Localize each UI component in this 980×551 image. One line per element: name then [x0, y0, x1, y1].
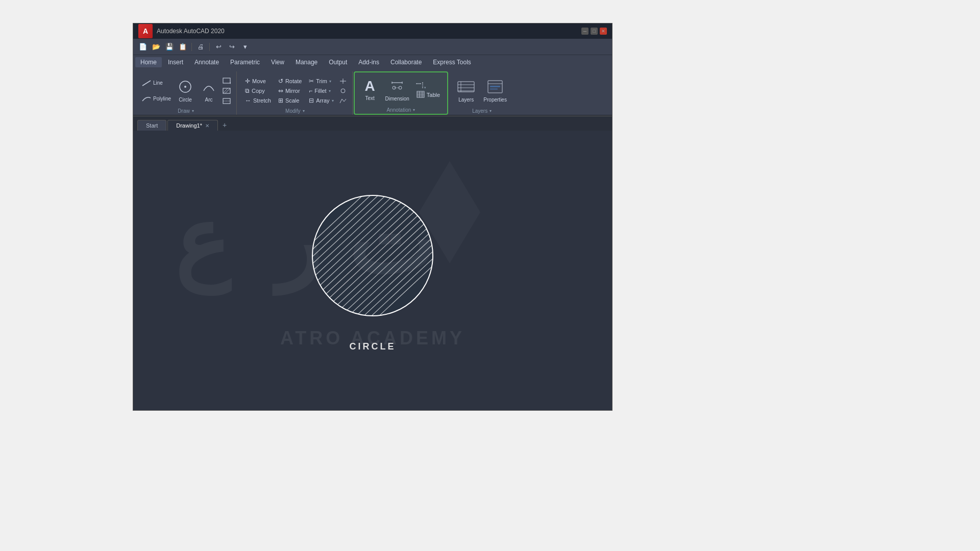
- ribbon-group-layers: Layers Properties: [449, 71, 514, 115]
- draw-rect-btn[interactable]: ▾: [221, 76, 232, 85]
- modify-copy-btn[interactable]: ⧉ Copy: [242, 86, 274, 95]
- modify-col-3: ✂ Trim ▾ ⌐ Fillet ▾ ⊟ Array ▾: [306, 76, 336, 106]
- draw-col-1: Line Polyline: [139, 76, 173, 106]
- layers-btn[interactable]: Layers: [453, 76, 479, 106]
- annotation-col-right: ▾: [413, 74, 443, 105]
- title-bar: A Autodesk AutoCAD 2020 ─ □ ✕: [133, 23, 612, 39]
- modify-col-2: ↺ Rotate ⇔ Mirror ⊞ Scale: [275, 76, 305, 106]
- ribbon-group-modify: ✛ Move ⧉ Copy ↔ Stretch: [238, 71, 353, 115]
- svg-rect-39: [490, 86, 500, 87]
- svg-line-62: [306, 189, 403, 322]
- polyline-label: Polyline: [153, 96, 171, 102]
- svg-line-64: [306, 189, 388, 322]
- toolbar-area: 📄 📂 💾 📋 🖨 ↩ ↪ ▾ Home Insert Annotate Par…: [133, 39, 612, 116]
- draw-dropdown-arrow[interactable]: ▾: [192, 109, 194, 113]
- canvas-area[interactable]: ع ر ت ATRO ACADEMY: [133, 131, 612, 410]
- modify-array-btn[interactable]: ⊟ Array ▾: [306, 96, 336, 105]
- layers-icon: [457, 80, 475, 96]
- close-button[interactable]: ✕: [600, 28, 607, 35]
- layers-tools: Layers Properties: [453, 73, 510, 106]
- tab-start[interactable]: Start: [137, 120, 166, 131]
- saveas-button[interactable]: 📋: [177, 41, 188, 53]
- modify-col-4: [338, 76, 348, 106]
- modify-fillet-btn[interactable]: ⌐ Fillet ▾: [306, 86, 336, 95]
- modify-rotate-btn[interactable]: ↺ Rotate: [275, 77, 305, 86]
- dimension-icon: [390, 79, 404, 95]
- modify-scale-btn[interactable]: ⊞ Scale: [275, 96, 305, 105]
- modify-tools: ✛ Move ⧉ Copy ↔ Stretch: [242, 73, 348, 106]
- arc-icon: [202, 80, 216, 96]
- menu-annotate[interactable]: Annotate: [189, 57, 224, 67]
- copy-icon: ⧉: [245, 87, 250, 94]
- minimize-button[interactable]: ─: [581, 28, 589, 35]
- annotation-table-btn[interactable]: Table: [413, 90, 443, 99]
- draw-polyline-btn[interactable]: Polyline: [139, 94, 173, 103]
- svg-rect-32: [458, 82, 474, 92]
- circle-border: [312, 195, 433, 316]
- svg-point-2: [184, 86, 186, 88]
- redo-button[interactable]: ↪: [226, 41, 237, 53]
- svg-rect-3: [223, 78, 230, 83]
- open-button[interactable]: 📂: [151, 41, 162, 53]
- annotation-dropdown-arrow[interactable]: ▾: [413, 108, 415, 112]
- save-button[interactable]: 💾: [164, 41, 175, 53]
- layers-btn-label: Layers: [458, 97, 474, 103]
- modify-dropdown-arrow[interactable]: ▾: [303, 109, 305, 113]
- modify-extra1-btn[interactable]: [338, 77, 348, 86]
- menu-output[interactable]: Output: [324, 57, 352, 67]
- svg-text:ع: ع: [174, 190, 232, 296]
- modify-mirror-btn[interactable]: ⇔ Mirror: [275, 86, 305, 95]
- qa-separator-1: [191, 43, 192, 51]
- hatch-lines: [306, 189, 439, 322]
- svg-line-57: [306, 189, 439, 322]
- annotation-text-btn[interactable]: A Text: [359, 74, 381, 105]
- ribbon-group-draw: Line Polyline Circle: [135, 71, 237, 115]
- menu-insert[interactable]: Insert: [163, 57, 188, 67]
- layers-group-label: Layers ▾: [472, 108, 492, 114]
- circle-btn-label: Circle: [179, 97, 192, 103]
- undo-button[interactable]: ↩: [213, 41, 224, 53]
- menu-addins[interactable]: Add-ins: [353, 57, 384, 67]
- svg-text:▾: ▾: [424, 86, 426, 89]
- annotation-tools: A Text: [359, 74, 444, 105]
- draw-hatch-btn[interactable]: [221, 86, 232, 95]
- print-button[interactable]: 🖨: [195, 41, 206, 53]
- annotation-dim-extra1[interactable]: ▾: [413, 81, 443, 90]
- autocad-window: A Autodesk AutoCAD 2020 ─ □ ✕ 📄 📂 💾 📋 🖨 …: [133, 23, 612, 411]
- draw-arc-btn[interactable]: Arc: [198, 76, 220, 106]
- scale-icon: ⊞: [278, 97, 283, 104]
- svg-line-47: [306, 189, 439, 322]
- maximize-button[interactable]: □: [591, 28, 598, 35]
- draw-circle-btn[interactable]: Circle: [174, 76, 197, 106]
- draw-tools: Line Polyline Circle: [139, 73, 232, 106]
- tab-close-drawing1[interactable]: ✕: [205, 123, 209, 129]
- menu-view[interactable]: View: [266, 57, 289, 67]
- title-bar-controls: ─ □ ✕: [581, 28, 607, 35]
- svg-line-61: [306, 189, 411, 322]
- modify-move-btn[interactable]: ✛ Move: [242, 77, 274, 86]
- menu-parametric[interactable]: Parametric: [225, 57, 265, 67]
- menu-manage[interactable]: Manage: [290, 57, 323, 67]
- line-label: Line: [153, 80, 163, 86]
- move-icon: ✛: [245, 78, 250, 85]
- modify-extra2-btn[interactable]: [338, 86, 348, 95]
- modify-trim-btn[interactable]: ✂ Trim ▾: [306, 77, 336, 86]
- svg-line-59: [306, 189, 426, 322]
- draw-line-btn[interactable]: Line: [139, 79, 173, 88]
- modify-stretch-btn[interactable]: ↔ Stretch: [242, 96, 274, 105]
- menu-collaborate[interactable]: Collaborate: [385, 57, 427, 67]
- annotation-dimension-btn[interactable]: Dimension: [382, 74, 412, 105]
- menu-home[interactable]: Home: [135, 57, 162, 67]
- new-button[interactable]: 📄: [137, 41, 149, 53]
- undo-dropdown[interactable]: ▾: [239, 41, 251, 53]
- modify-extra3-btn[interactable]: [338, 96, 348, 105]
- properties-btn[interactable]: Properties: [480, 76, 510, 106]
- tab-add-button[interactable]: +: [219, 119, 230, 131]
- modify-group-label: Modify ▾: [285, 108, 304, 114]
- svg-line-65: [306, 189, 380, 322]
- autocad-logo: A: [138, 24, 153, 38]
- tab-drawing1[interactable]: Drawing1* ✕: [167, 120, 218, 131]
- menu-expresstools[interactable]: Express Tools: [428, 57, 476, 67]
- draw-gradient-btn[interactable]: [221, 96, 232, 106]
- properties-icon: [486, 80, 504, 96]
